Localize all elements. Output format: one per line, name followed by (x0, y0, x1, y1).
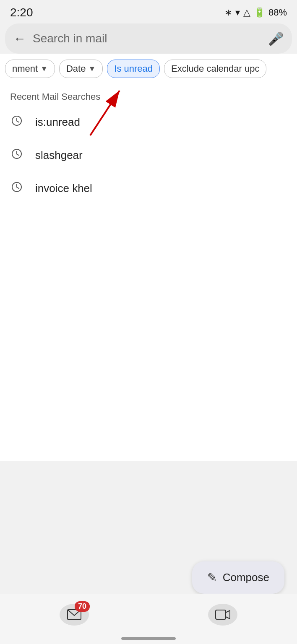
recent-search-text-3: invoice khel (35, 182, 92, 195)
history-icon-2 (10, 147, 23, 164)
video-icon (208, 604, 237, 626)
recent-search-item-2[interactable]: slashgear (0, 139, 297, 172)
filter-chip-calendar[interactable]: Exclude calendar upc (164, 60, 266, 78)
filter-chip-unread[interactable]: Is unread (107, 60, 160, 78)
history-icon-3 (10, 180, 23, 197)
chip-label: nment (12, 63, 38, 74)
recent-searches-label: Recent Mail Searches (0, 84, 297, 106)
history-icon-1 (10, 114, 23, 130)
microphone-icon[interactable]: 🎤 (268, 31, 284, 46)
nav-meet[interactable] (208, 604, 237, 626)
search-bar[interactable]: ← Search in mail 🎤 (5, 23, 292, 54)
content-area: Recent Mail Searches is:unread slashgear… (0, 84, 297, 461)
search-placeholder: Search in mail (33, 32, 268, 45)
svg-rect-3 (216, 610, 226, 619)
home-indicator (121, 637, 176, 640)
recent-search-item-3[interactable]: invoice khel (0, 172, 297, 205)
signal-icon: △ (243, 7, 250, 18)
back-arrow-icon[interactable]: ← (13, 31, 26, 46)
mail-badge: 70 (75, 601, 90, 612)
compose-label: Compose (223, 571, 269, 584)
chip-label: Is unread (114, 63, 153, 74)
recent-search-text-2: slashgear (35, 149, 83, 162)
chip-label: Date (66, 63, 86, 74)
chip-label: Exclude calendar upc (171, 63, 259, 74)
bottom-nav: 70 (0, 594, 297, 644)
nav-mail[interactable]: 70 (60, 604, 89, 626)
chevron-down-icon: ▼ (40, 65, 48, 73)
battery-icon: 🔋 (254, 7, 265, 18)
wifi-icon: ▾ (235, 7, 240, 18)
status-icons: ∗ ▾ △ 🔋 88% (224, 7, 287, 18)
compose-fab[interactable]: ✎ Compose (192, 561, 284, 594)
filter-chip-attachment[interactable]: nment ▼ (5, 60, 55, 78)
chevron-down-icon: ▼ (88, 65, 96, 73)
bluetooth-icon: ∗ (224, 7, 232, 18)
status-bar: 2:20 ∗ ▾ △ 🔋 88% (0, 0, 297, 23)
compose-pencil-icon: ✎ (207, 571, 217, 584)
battery-level: 88% (268, 7, 287, 18)
status-time: 2:20 (10, 6, 33, 19)
recent-search-text-1: is:unread (35, 116, 80, 129)
recent-search-item-1[interactable]: is:unread (0, 106, 297, 139)
filter-chip-date[interactable]: Date ▼ (59, 60, 103, 78)
filter-row: nment ▼ Date ▼ Is unread Exclude calenda… (0, 54, 297, 84)
